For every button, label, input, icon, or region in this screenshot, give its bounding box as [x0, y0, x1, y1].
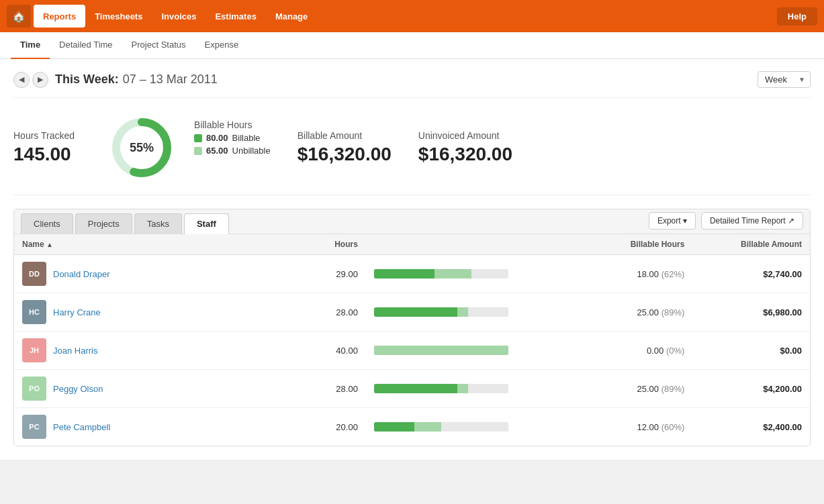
table-row: JH Joan Harris 40.00 0.00 (0%) $0.00: [14, 332, 810, 370]
amount-cell: $4,200.00: [692, 370, 810, 408]
avatar: JH: [22, 338, 46, 362]
bar-cell: [366, 370, 559, 408]
week-selector[interactable]: Week Month Custom: [758, 71, 811, 88]
sub-nav: Time Detailed Time Project Status Expens…: [0, 32, 824, 59]
unbillable-dot: [194, 147, 202, 155]
tab-actions: Export ▾ Detailed Time Report ↗: [649, 212, 803, 234]
week-header: ◀ ▶ This Week: 07 – 13 Mar 2011 Week Mon…: [13, 59, 811, 98]
billable-text: Billable: [232, 133, 261, 143]
nav-reports[interactable]: Reports: [34, 5, 85, 28]
person-link[interactable]: Pete Campbell: [53, 422, 110, 432]
unbillable-hours-value: 65.00: [206, 146, 228, 156]
billable-dot: [194, 134, 202, 142]
name-cell: JH Joan Harris: [22, 338, 291, 362]
bar-cell: [366, 408, 559, 446]
uninvoiced-amount-block: Uninvoiced Amount $16,320.00: [418, 130, 512, 165]
unbillable-text: Unbillable: [232, 146, 271, 156]
tab-projects[interactable]: Projects: [75, 213, 132, 234]
bar-track: [374, 307, 508, 317]
billable-legend-item: 80.00 Billable: [194, 133, 271, 143]
table-row: PC Pete Campbell 20.00 12.00 (60%) $2,40…: [14, 408, 810, 446]
tab-staff[interactable]: Staff: [184, 213, 229, 234]
person-link[interactable]: Donald Draper: [53, 269, 110, 279]
bar-fill-billable: [374, 307, 458, 317]
bar-fill-billable: [374, 422, 414, 432]
bar-track: [374, 269, 508, 279]
bar-track: [374, 346, 508, 355]
main-content: ◀ ▶ This Week: 07 – 13 Mar 2011 Week Mon…: [0, 59, 824, 460]
person-link[interactable]: Peggy Olson: [53, 384, 103, 394]
detailed-report-button[interactable]: Detailed Time Report ↗: [701, 212, 803, 230]
avatar: DD: [22, 262, 46, 286]
prev-week-button[interactable]: ◀: [13, 72, 30, 88]
billable-amount-block: Billable Amount $16,320.00: [297, 130, 392, 165]
person-link[interactable]: Joan Harris: [53, 346, 97, 356]
subnav-detailed-time[interactable]: Detailed Time: [50, 32, 122, 59]
bar-fill-unbillable: [457, 307, 467, 317]
amount-cell: $0.00: [692, 332, 810, 370]
subnav-expense[interactable]: Expense: [195, 32, 248, 59]
bar-fill-billable: [374, 384, 458, 393]
billable-hours-block: 55% Billable Hours 80.00 Billable 65.00 …: [101, 114, 271, 181]
col-hours-header: Hours: [299, 234, 366, 255]
nav-timesheets[interactable]: Timesheets: [85, 5, 152, 28]
unbillable-legend-item: 65.00 Unbillable: [194, 146, 271, 156]
nav-estimates[interactable]: Estimates: [205, 5, 265, 28]
next-week-button[interactable]: ▶: [32, 72, 48, 88]
billable-hours-cell: 25.00 (89%): [559, 293, 693, 332]
home-button[interactable]: 🏠: [7, 5, 31, 28]
uninvoiced-amount-label: Uninvoiced Amount: [418, 130, 512, 141]
name-cell: PC Pete Campbell: [22, 415, 291, 439]
name-cell: HC Harry Crane: [22, 300, 291, 324]
billable-hours-cell: 18.00 (62%): [559, 255, 693, 293]
bar-fill-billable: [374, 269, 434, 279]
avatar: HC: [22, 300, 46, 324]
hours-cell: 28.00: [299, 370, 366, 408]
hours-cell: 29.00: [299, 255, 366, 293]
hours-tracked-block: Hours Tracked 145.00: [13, 130, 75, 165]
hours-cell: 40.00: [299, 332, 366, 370]
donut-chart: 55%: [108, 114, 175, 181]
billable-legend: 80.00 Billable 65.00 Unbillable: [194, 133, 271, 156]
avatar: PO: [22, 376, 46, 401]
table-row: HC Harry Crane 28.00 25.00 (89%) $6,980.…: [14, 293, 810, 332]
subnav-time[interactable]: Time: [11, 32, 50, 59]
staff-table: Name ▲ Hours Billable Hours Billable Amo…: [14, 234, 810, 446]
week-selector-wrap: Week Month Custom ▼: [758, 71, 811, 88]
nav-manage[interactable]: Manage: [266, 5, 317, 28]
col-name-header: Name: [22, 240, 44, 249]
donut-percent-label: 55%: [130, 141, 154, 155]
uninvoiced-amount-value: $16,320.00: [418, 144, 512, 165]
billable-hours-label: Billable Hours: [194, 119, 271, 130]
tab-bar: Clients Projects Tasks Staff Export ▾ De…: [14, 209, 810, 234]
table-row: DD Donald Draper 29.00 18.00 (62%) $2,74…: [14, 255, 810, 293]
subnav-project-status[interactable]: Project Status: [122, 32, 195, 59]
table-row: PO Peggy Olson 28.00 25.00 (89%) $4,200.…: [14, 370, 810, 408]
tab-clients[interactable]: Clients: [21, 213, 73, 234]
name-cell: DD Donald Draper: [22, 262, 291, 286]
help-button[interactable]: Help: [777, 7, 817, 26]
billable-hours-cell: 0.00 (0%): [559, 332, 693, 370]
amount-cell: $2,400.00: [692, 408, 810, 446]
bar-cell: [366, 293, 559, 332]
billable-hours-cell: 12.00 (60%): [559, 408, 693, 446]
billable-hours-value: 80.00: [206, 133, 228, 143]
tab-tasks[interactable]: Tasks: [134, 213, 182, 234]
billable-amount-label: Billable Amount: [297, 130, 392, 141]
amount-cell: $6,980.00: [692, 293, 810, 332]
table-section: Clients Projects Tasks Staff Export ▾ De…: [13, 209, 811, 446]
bar-cell: [366, 332, 559, 370]
sort-arrow-icon: ▲: [46, 241, 53, 248]
top-nav: 🏠 Reports Timesheets Invoices Estimates …: [0, 0, 824, 32]
billable-hours-cell: 25.00 (89%): [559, 370, 693, 408]
person-link[interactable]: Harry Crane: [53, 307, 101, 317]
export-button[interactable]: Export ▾: [649, 212, 696, 230]
amount-cell: $2,740.00: [692, 255, 810, 293]
bar-fill-unbillable: [374, 346, 508, 355]
bar-cell: [366, 255, 559, 293]
bar-track: [374, 422, 508, 432]
hours-tracked-value: 145.00: [13, 144, 75, 165]
bar-fill-unbillable: [434, 269, 471, 279]
hours-tracked-label: Hours Tracked: [13, 130, 75, 141]
nav-invoices[interactable]: Invoices: [152, 5, 205, 28]
